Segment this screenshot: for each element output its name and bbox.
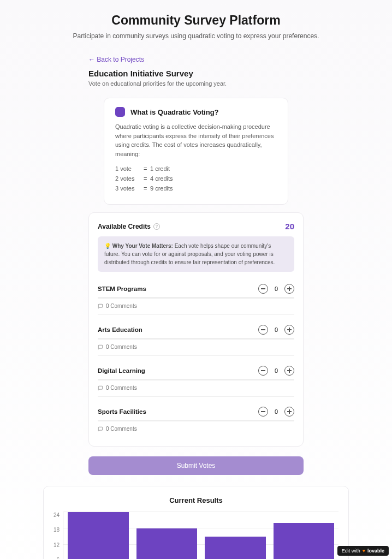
- comments-toggle[interactable]: 0 Comments: [98, 385, 294, 391]
- vote-count: 0: [274, 286, 279, 292]
- chart-bar: [274, 523, 334, 559]
- chart-bar: [136, 528, 197, 559]
- pricing-row: 1 vote=1 credit: [115, 164, 277, 174]
- vote-minus-button[interactable]: [258, 366, 268, 376]
- vote-plus-button[interactable]: [284, 284, 294, 294]
- edit-badge[interactable]: Edit with ♥ lovable: [337, 546, 389, 556]
- vote-item-name: Sports Facilities: [98, 408, 146, 415]
- vote-count: 0: [274, 367, 279, 374]
- results-card: Current Results 24181260 Transportn Spac…: [43, 486, 349, 559]
- vote-item: Sports Facilities00 Comments: [98, 403, 294, 437]
- chart-bar: [205, 537, 265, 559]
- vote-count: 0: [274, 408, 279, 415]
- results-title: Current Results: [54, 496, 338, 504]
- info-card: What is Quadratic Voting? Quadratic voti…: [104, 98, 288, 205]
- results-chart: 24181260 Transportn Spacest Servicesl Bu…: [54, 512, 338, 559]
- vote-count: 0: [274, 326, 279, 333]
- chart-y-axis: 24181260: [54, 512, 60, 559]
- credits-value: 20: [285, 222, 294, 231]
- info-title: What is Quadratic Voting?: [130, 108, 219, 116]
- vote-plus-button[interactable]: [284, 366, 294, 376]
- chart-bar: [68, 512, 128, 559]
- info-icon: [115, 107, 125, 117]
- credits-label: Available Credits ?: [98, 223, 160, 230]
- vote-item-name: Digital Learning: [98, 367, 145, 374]
- vote-item-name: Arts Education: [98, 326, 142, 333]
- pricing-row: 3 votes=9 credits: [115, 183, 277, 193]
- chart-plot: [63, 512, 338, 559]
- comments-toggle[interactable]: 0 Comments: [98, 303, 294, 309]
- vote-progress: [98, 338, 294, 340]
- vote-item: Arts Education00 Comments: [98, 322, 294, 356]
- info-body: Quadratic voting is a collective decisio…: [115, 122, 277, 158]
- why-vote-banner: 💡 Why Your Vote Matters: Each vote helps…: [98, 236, 294, 272]
- vote-minus-button[interactable]: [258, 284, 268, 294]
- heart-icon: ♥: [363, 548, 365, 554]
- page-header: Community Survey Platform Participate in…: [43, 13, 349, 41]
- vote-item: STEM Programs00 Comments: [98, 281, 294, 315]
- submit-votes-button[interactable]: Submit Votes: [88, 456, 304, 475]
- vote-minus-button[interactable]: [258, 325, 268, 335]
- vote-minus-button[interactable]: [258, 407, 268, 417]
- vote-progress: [98, 297, 294, 299]
- page-title: Community Survey Platform: [43, 13, 349, 28]
- vote-item: Digital Learning00 Comments: [98, 362, 294, 397]
- vote-plus-button[interactable]: [284, 325, 294, 335]
- vote-progress: [98, 420, 294, 421]
- pricing-row: 2 votes=4 credits: [115, 174, 277, 183]
- vote-plus-button[interactable]: [284, 407, 294, 417]
- page-subtitle: Participate in community surveys using q…: [43, 31, 349, 41]
- project-title: Education Initiative Survey: [88, 69, 304, 78]
- vote-item-name: STEM Programs: [98, 286, 146, 292]
- comments-toggle[interactable]: 0 Comments: [98, 426, 294, 432]
- back-to-projects-link[interactable]: ← Back to Projects: [88, 56, 144, 63]
- help-icon[interactable]: ?: [153, 223, 160, 230]
- vote-progress: [98, 379, 294, 380]
- project-description: Vote on educational priorities for the u…: [88, 80, 304, 87]
- vote-list: STEM Programs00 CommentsArts Education00…: [98, 281, 294, 437]
- pricing-table: 1 vote=1 credit2 votes=4 credits3 votes=…: [115, 164, 277, 193]
- comments-toggle[interactable]: 0 Comments: [98, 344, 294, 350]
- voting-card: Available Credits ? 20 💡 Why Your Vote M…: [88, 212, 304, 447]
